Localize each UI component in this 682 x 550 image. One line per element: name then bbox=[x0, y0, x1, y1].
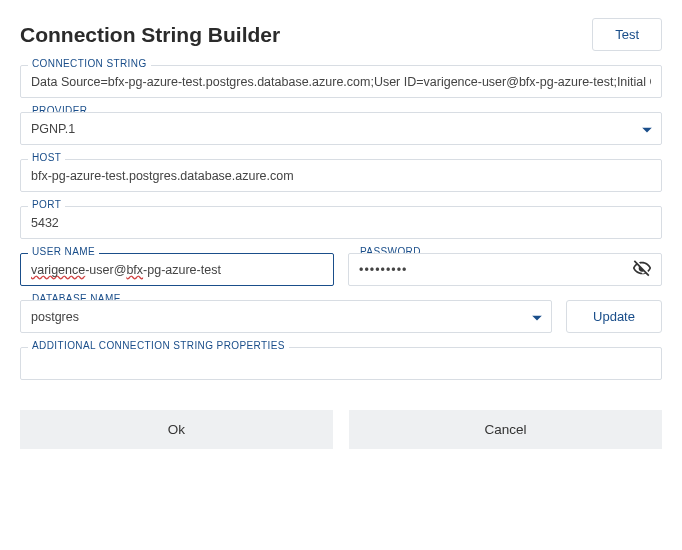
port-group: PORT bbox=[20, 206, 662, 239]
host-label: HOST bbox=[28, 152, 65, 163]
additional-props-group: ADDITIONAL CONNECTION STRING PROPERTIES bbox=[20, 347, 662, 380]
cancel-button[interactable]: Cancel bbox=[349, 410, 662, 449]
connection-string-label: CONNECTION STRING bbox=[28, 58, 151, 69]
dialog-header: Connection String Builder Test bbox=[20, 18, 662, 51]
user-name-group: USER NAME varigence-user@bfx-pg-azure-te… bbox=[20, 253, 334, 286]
host-group: HOST bbox=[20, 159, 662, 192]
connection-string-group: CONNECTION STRING bbox=[20, 65, 662, 98]
additional-props-label: ADDITIONAL CONNECTION STRING PROPERTIES bbox=[28, 340, 289, 351]
dialog-title: Connection String Builder bbox=[20, 23, 280, 47]
user-name-label: USER NAME bbox=[28, 246, 99, 257]
host-input[interactable] bbox=[20, 159, 662, 192]
provider-group: PROVIDER bbox=[20, 112, 662, 145]
connection-string-input[interactable] bbox=[20, 65, 662, 98]
ok-button[interactable]: Ok bbox=[20, 410, 333, 449]
dialog-footer: Ok Cancel bbox=[20, 410, 662, 449]
port-input[interactable] bbox=[20, 206, 662, 239]
database-name-group: DATABASE NAME bbox=[20, 300, 552, 333]
password-input[interactable] bbox=[348, 253, 662, 286]
eye-off-icon[interactable] bbox=[632, 258, 652, 281]
test-button[interactable]: Test bbox=[592, 18, 662, 51]
update-button[interactable]: Update bbox=[566, 300, 662, 333]
port-label: PORT bbox=[28, 199, 65, 210]
provider-select[interactable] bbox=[20, 112, 662, 145]
password-group: PASSWORD bbox=[348, 253, 662, 286]
connection-string-builder-dialog: Connection String Builder Test CONNECTIO… bbox=[0, 0, 682, 469]
additional-props-input[interactable] bbox=[20, 347, 662, 380]
database-name-select[interactable] bbox=[20, 300, 552, 333]
user-name-input[interactable]: varigence-user@bfx-pg-azure-test bbox=[20, 253, 334, 286]
